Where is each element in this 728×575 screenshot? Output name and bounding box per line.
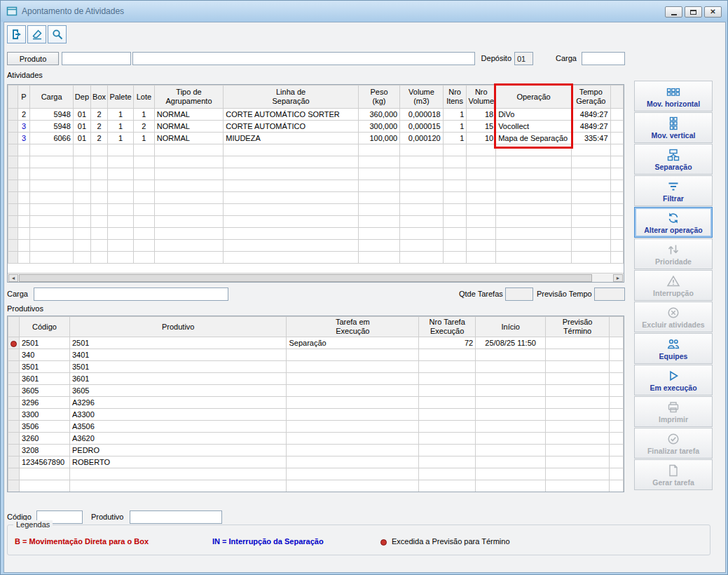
search-button[interactable] [48, 25, 67, 43]
grid-horizontal-icon [666, 85, 680, 99]
cell: 3 [18, 121, 30, 133]
cell: Vocollect [496, 121, 572, 133]
produto-button[interactable]: Produto [7, 52, 59, 65]
grid-vertical-icon [666, 116, 680, 130]
column-header[interactable]: Início [476, 317, 546, 337]
titlebar[interactable]: Apontamento de Atividades ✕ [1, 1, 727, 22]
column-header[interactable]: Box [91, 86, 108, 109]
column-header[interactable]: Nro Volume [467, 86, 496, 109]
cell [467, 204, 496, 216]
activity-row[interactable]: 3606601211NORMALMIUDEZA100,0000,00012011… [8, 133, 624, 144]
cell [133, 216, 154, 228]
sidebar-button-alterar-operacao[interactable]: Alterar operação [634, 207, 713, 238]
produto-name-input[interactable] [132, 52, 475, 65]
cell-filler [610, 361, 624, 373]
activity-row[interactable]: 2594801211NORMALCORTE AUTOMÁTICO SORTER3… [8, 109, 624, 121]
cell [133, 192, 154, 204]
row-selector[interactable] [8, 397, 20, 409]
column-header[interactable]: Nro Tarefa Execução [419, 317, 476, 337]
sidebar-button-imprimir: Imprimir [634, 396, 713, 427]
row-selector[interactable] [8, 421, 20, 433]
row-selector[interactable] [8, 349, 20, 361]
produtivo-row[interactable]: 35013501 [8, 361, 624, 373]
sidebar-button-label: Prioridade [655, 257, 692, 266]
sidebar-button-filtrar[interactable]: Filtrar [634, 175, 713, 206]
column-header[interactable]: Operação [496, 86, 572, 109]
cell [287, 433, 419, 445]
scroll-right-icon[interactable]: ► [613, 274, 623, 282]
sidebar-button-equipes[interactable]: Equipes [634, 333, 713, 364]
sidebar-button-em-execucao[interactable]: Em execução [634, 365, 713, 395]
row-selector[interactable] [8, 409, 20, 421]
row-selector[interactable] [8, 445, 20, 456]
cell [476, 385, 546, 397]
cell [18, 204, 30, 216]
activity-row[interactable]: 3594801212NORMALCORTE AUTOMÁTICO300,0000… [8, 121, 624, 133]
column-header[interactable]: Peso (kg) [358, 86, 399, 109]
produtivo-row[interactable]: 3403401 [8, 349, 624, 361]
cell [18, 252, 30, 264]
row-selector[interactable] [8, 385, 20, 397]
sidebar-button-mov-horizontal[interactable]: Mov. horizontal [634, 81, 713, 111]
row-selector[interactable] [8, 373, 20, 385]
row-selector[interactable] [8, 121, 18, 133]
cell-filler [610, 456, 624, 468]
exit-button[interactable] [7, 25, 26, 43]
column-header[interactable]: Previsão Término [546, 317, 610, 337]
column-header[interactable]: Tempo Geração [572, 86, 611, 109]
column-header[interactable]: Nro Itens [443, 86, 467, 109]
column-header[interactable]: P [18, 86, 30, 109]
minimize-button[interactable] [665, 6, 682, 18]
cell [73, 180, 90, 192]
row-selector[interactable] [8, 361, 20, 373]
row-selector[interactable] [8, 456, 20, 468]
column-header[interactable]: Carga [30, 86, 74, 109]
row-selector [8, 204, 18, 216]
produtivo-row[interactable]: 3300A3300 [8, 409, 624, 421]
row-selector[interactable] [8, 433, 20, 445]
produtivo-input[interactable] [130, 510, 222, 524]
sidebar-button-separacao[interactable]: Separação [634, 144, 713, 175]
cell [30, 204, 74, 216]
cell: A3300 [69, 409, 286, 421]
maximize-button[interactable] [685, 6, 702, 18]
produto-code-input[interactable] [62, 52, 131, 65]
clear-button[interactable] [27, 25, 46, 43]
column-header[interactable]: Lote [133, 86, 154, 109]
column-header[interactable]: Linha de Separação [224, 86, 359, 109]
close-button[interactable]: ✕ [704, 6, 722, 18]
column-header[interactable]: Código [20, 317, 70, 337]
produtivo-row[interactable]: 1234567890ROBERTO [8, 456, 624, 468]
column-header[interactable]: Produtivo [69, 317, 286, 337]
row-selector[interactable] [8, 133, 18, 144]
column-header[interactable]: Volume (m3) [400, 86, 444, 109]
cell-filler [610, 133, 623, 144]
carga-top-input[interactable] [582, 52, 625, 65]
filter-bar: Produto Depósito Carga [7, 52, 715, 65]
column-header[interactable]: Tipo de Agrupamento [154, 86, 223, 109]
column-header[interactable]: Palete [108, 86, 134, 109]
row-selector[interactable] [8, 337, 20, 349]
produtivo-row[interactable]: 36013601 [8, 373, 624, 385]
minimize-icon [671, 14, 677, 15]
cell [546, 397, 610, 409]
scrollbar-thumb[interactable] [19, 274, 592, 282]
cell [476, 373, 546, 385]
cell [287, 373, 419, 385]
column-header[interactable]: Tarefa em Execução [287, 317, 419, 337]
scroll-left-icon[interactable]: ◄ [8, 274, 18, 282]
cell: 3605 [69, 385, 286, 397]
horizontal-scrollbar[interactable]: ◄ ► [8, 273, 624, 282]
produtivo-row[interactable]: 3296A3296 [8, 397, 624, 409]
sidebar-button-mov-vertical[interactable]: Mov. vertical [634, 112, 713, 143]
cell [154, 144, 223, 156]
carga-input[interactable] [34, 288, 228, 301]
column-header[interactable]: Dep [73, 86, 90, 109]
row-selector[interactable] [8, 109, 18, 121]
produtivo-row[interactable]: 3208PEDRO [8, 445, 624, 456]
produtivo-row[interactable]: 36053605 [8, 385, 624, 397]
produtivo-row[interactable]: 3260A3620 [8, 433, 624, 445]
cell [108, 228, 134, 240]
produtivo-row[interactable]: 3506A3506 [8, 421, 624, 433]
produtivo-row[interactable]: 25012501Separação7225/08/25 11:50 [8, 337, 624, 349]
